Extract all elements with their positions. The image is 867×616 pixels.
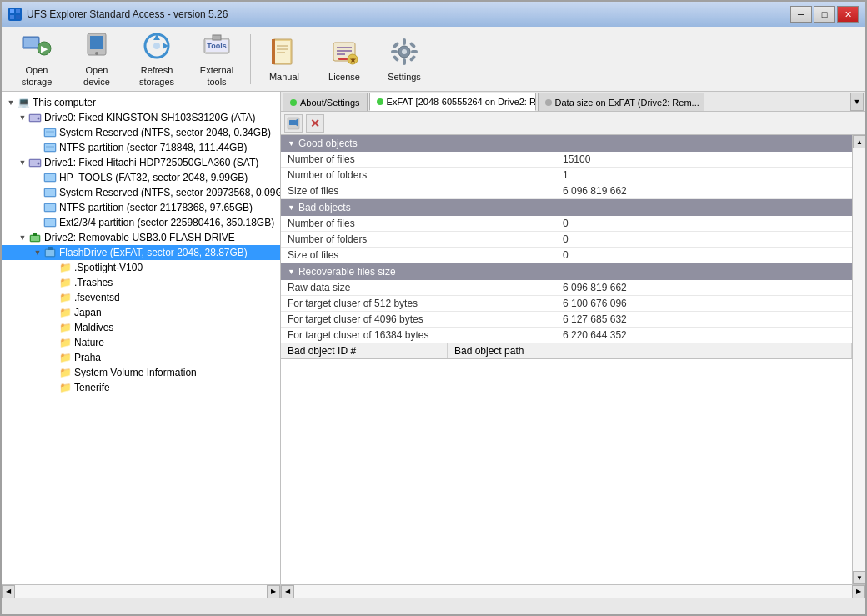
d0p1-expand: ▶ bbox=[32, 127, 43, 138]
bad-objects-title: Bad objects bbox=[298, 202, 351, 213]
svg-rect-18 bbox=[275, 41, 290, 63]
vscroll-down[interactable]: ▼ bbox=[853, 571, 865, 584]
recoverable-title: Recoverable files size bbox=[298, 266, 396, 278]
right-hscroll-left[interactable]: ◀ bbox=[281, 585, 294, 598]
svg-rect-37 bbox=[409, 42, 416, 48]
d1p2-icon bbox=[43, 186, 57, 199]
root-label: This computer bbox=[33, 97, 96, 108]
d0p2-expand: ▶ bbox=[32, 142, 43, 153]
drive1-expand[interactable]: ▼ bbox=[17, 157, 28, 168]
d0p1-icon bbox=[43, 126, 57, 139]
tab-datasize[interactable]: Data size on ExFAT (Drive2: Rem... bbox=[538, 93, 704, 111]
d1p3-item[interactable]: ▶ NTFS partition (sector 21178368, 97.65… bbox=[2, 200, 280, 215]
drive0-expand[interactable]: ▼ bbox=[17, 112, 28, 123]
svg-rect-0 bbox=[10, 9, 14, 13]
trashes-item[interactable]: ▶ 📁 .Trashes bbox=[2, 275, 280, 290]
tree-root[interactable]: ▼ 💻 This computer bbox=[2, 95, 280, 110]
good-objects-table: Number of files 15100 Number of folders … bbox=[281, 152, 852, 199]
d0p1-item[interactable]: ▶ System Reserved (NTFS, sector 2048, 0.… bbox=[2, 125, 280, 140]
nature-icon: 📁 bbox=[58, 336, 72, 349]
tenerife-item[interactable]: ▶ 📁 Tenerife bbox=[2, 380, 280, 395]
d0p2-item[interactable]: ▶ NTFS partition (sector 718848, 111.44G… bbox=[2, 140, 280, 155]
spotlight-item[interactable]: ▶ 📁 .Spotlight-V100 bbox=[2, 260, 280, 275]
d1p4-item[interactable]: ▶ Ext2/3/4 partition (sector 225980416, … bbox=[2, 215, 280, 230]
tab-exfat[interactable]: ExFAT [2048-60555264 on Drive2: R... bbox=[369, 93, 536, 111]
d1p2-item[interactable]: ▶ System Reserved (NTFS, sector 20973568… bbox=[2, 185, 280, 200]
svg-point-51 bbox=[38, 163, 40, 165]
external-tools-button[interactable]: Tools External tools bbox=[188, 31, 245, 88]
open-device-button[interactable]: Open device bbox=[68, 31, 125, 88]
back-button[interactable] bbox=[284, 114, 303, 133]
good-objects-header[interactable]: ▼ Good objects bbox=[281, 135, 852, 152]
vscroll-up[interactable]: ▲ bbox=[853, 135, 865, 148]
sysvolinfo-label: System Volume Information bbox=[74, 367, 197, 378]
file-tree[interactable]: ▼ 💻 This computer ▼ Drive0: bbox=[2, 92, 280, 584]
right-hscroll-right[interactable]: ▶ bbox=[852, 585, 865, 598]
bad-files-label: Number of files bbox=[281, 216, 556, 232]
license-button[interactable]: ★ License bbox=[316, 31, 373, 88]
content-toolbar: ✕ bbox=[281, 112, 865, 135]
restore-button[interactable]: □ bbox=[814, 6, 835, 23]
praha-item[interactable]: ▶ 📁 Praha bbox=[2, 350, 280, 365]
maldives-item[interactable]: ▶ 📁 Maldives bbox=[2, 320, 280, 335]
fseventsd-label: .fseventsd bbox=[74, 292, 120, 303]
close-button[interactable]: ✕ bbox=[837, 6, 859, 23]
d0p2-icon bbox=[43, 141, 57, 154]
hscroll-right[interactable]: ▶ bbox=[267, 585, 280, 598]
bad-size-label: Size of files bbox=[281, 248, 556, 263]
vscroll-track[interactable] bbox=[853, 148, 865, 571]
nature-item[interactable]: ▶ 📁 Nature bbox=[2, 335, 280, 350]
right-hscroll-track[interactable] bbox=[294, 585, 852, 598]
svg-rect-9 bbox=[90, 36, 103, 49]
good-objects-expand[interactable]: ▼ bbox=[288, 139, 295, 148]
svg-rect-59 bbox=[45, 219, 55, 226]
root-expand[interactable]: ▼ bbox=[5, 97, 17, 108]
main-toolbar: ▶ Open storage Open device bbox=[2, 27, 865, 92]
hscroll-left[interactable]: ◀ bbox=[2, 585, 15, 598]
trashes-icon: 📁 bbox=[58, 276, 72, 289]
svg-rect-65 bbox=[46, 250, 54, 256]
svg-text:★: ★ bbox=[349, 55, 357, 64]
flashdrive-icon bbox=[43, 246, 57, 259]
tab-about[interactable]: About/Settings bbox=[283, 93, 368, 111]
drive2-item[interactable]: ▼ Drive2: Removable USB3.0 FLASH DRIVE bbox=[2, 230, 280, 245]
svg-rect-34 bbox=[391, 50, 398, 53]
flashdrive-item[interactable]: ▼ FlashDrive (ExFAT, sector 2048, 28.87G… bbox=[2, 245, 280, 260]
drive2-expand[interactable]: ▼ bbox=[17, 232, 28, 243]
d1p3-icon bbox=[43, 201, 57, 214]
open-storage-button[interactable]: ▶ Open storage bbox=[8, 31, 65, 88]
manual-icon bbox=[268, 35, 301, 68]
flashdrive-expand[interactable]: ▼ bbox=[32, 247, 43, 258]
hscroll-track[interactable] bbox=[15, 585, 267, 598]
svg-rect-57 bbox=[45, 204, 55, 211]
japan-item[interactable]: ▶ 📁 Japan bbox=[2, 305, 280, 320]
tab-scroll-button[interactable]: ▼ bbox=[850, 93, 864, 111]
sysvolinfo-item[interactable]: ▶ 📁 System Volume Information bbox=[2, 365, 280, 380]
svg-text:Tools: Tools bbox=[207, 42, 226, 50]
good-folders-row: Number of folders 1 bbox=[281, 168, 852, 183]
tab-datasize-label: Data size on ExFAT (Drive2: Rem... bbox=[555, 98, 699, 108]
bad-objects-header[interactable]: ▼ Bad objects bbox=[281, 199, 852, 216]
good-files-row: Number of files 15100 bbox=[281, 152, 852, 168]
settings-button[interactable]: Settings bbox=[376, 31, 433, 88]
drive1-item[interactable]: ▼ Drive1: Fixed Hitachi HDP725050GLA360 … bbox=[2, 155, 280, 170]
svg-rect-47 bbox=[45, 144, 55, 151]
manual-button[interactable]: Manual bbox=[256, 31, 313, 88]
drive0-item[interactable]: ▼ Drive0: Fixed KINGSTON SH103S3120G (AT… bbox=[2, 110, 280, 125]
right-vscrollbar: ▲ ▼ bbox=[852, 135, 865, 584]
recoverable-header[interactable]: ▼ Recoverable files size bbox=[281, 263, 852, 280]
fseventsd-item[interactable]: ▶ 📁 .fseventsd bbox=[2, 290, 280, 305]
d0p2-label: NTFS partition (sector 718848, 111.44GB) bbox=[59, 142, 247, 153]
stop-button[interactable]: ✕ bbox=[306, 114, 324, 133]
computer-icon: 💻 bbox=[17, 96, 30, 109]
recoverable-expand[interactable]: ▼ bbox=[288, 268, 295, 276]
open-device-label: Open device bbox=[73, 65, 121, 87]
d1p4-label: Ext2/3/4 partition (sector 225980416, 35… bbox=[59, 217, 274, 228]
d1p1-item[interactable]: ▶ HP_TOOLS (FAT32, sector 2048, 9.99GB) bbox=[2, 170, 280, 185]
bad-files-value: 0 bbox=[556, 216, 852, 232]
svg-rect-39 bbox=[409, 55, 416, 62]
drive2-icon bbox=[28, 231, 42, 244]
bad-objects-expand[interactable]: ▼ bbox=[288, 203, 295, 212]
minimize-button[interactable]: ─ bbox=[790, 6, 812, 23]
refresh-storages-button[interactable]: Refresh storages bbox=[128, 31, 185, 88]
